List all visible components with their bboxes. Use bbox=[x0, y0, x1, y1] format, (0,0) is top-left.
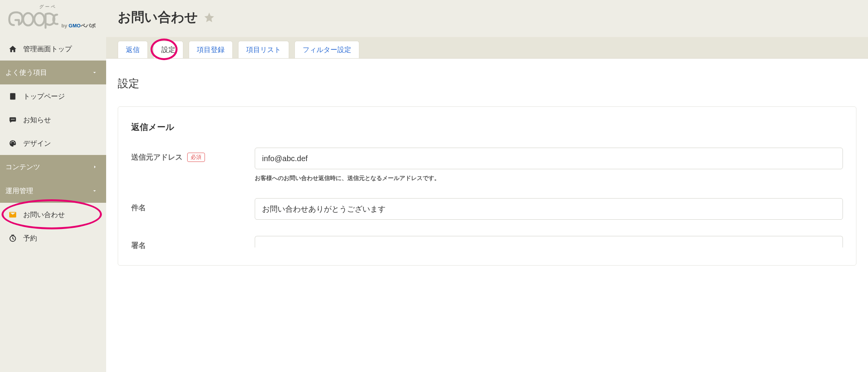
label-text: 署名 bbox=[131, 241, 146, 251]
logo-furigana: グーペ bbox=[39, 4, 57, 10]
field-label: 署名 bbox=[131, 236, 239, 251]
section-title: 設定 bbox=[118, 76, 856, 91]
field-sender-address: 送信元アドレス 必須 お客様へのお問い合わせ返信時に、送信元となるメールアドレス… bbox=[131, 148, 843, 182]
sidebar-item-design[interactable]: デザイン bbox=[0, 131, 106, 155]
tab-label: 返信 bbox=[126, 46, 140, 54]
content-area: 設定 返信メール 送信元アドレス 必須 お客様へのお問い合わせ返信時に、送信元と… bbox=[106, 59, 868, 372]
chevron-down-icon bbox=[91, 188, 98, 194]
field-label: 件名 bbox=[131, 198, 239, 213]
sidebar: グーペ by GMOペパボ bbox=[0, 0, 106, 372]
panel-title: 返信メール bbox=[131, 121, 843, 133]
sender-address-input[interactable] bbox=[255, 148, 843, 169]
sidebar-item-label: デザイン bbox=[23, 139, 51, 148]
tab-bar: 返信 設定 項目登録 項目リスト フィルター設定 bbox=[106, 37, 868, 59]
label-text: 件名 bbox=[131, 203, 146, 213]
page-icon bbox=[8, 93, 17, 100]
sidebar-section-label: 運用管理 bbox=[5, 186, 33, 195]
sidebar-item-label: トップページ bbox=[23, 92, 65, 101]
mail-icon bbox=[8, 211, 17, 218]
required-badge: 必須 bbox=[187, 153, 205, 162]
page-header: お問い合わせ bbox=[106, 0, 868, 37]
sidebar-item-label: お知らせ bbox=[23, 115, 51, 125]
field-signature: 署名 bbox=[131, 236, 843, 251]
home-icon bbox=[8, 45, 17, 53]
field-subject: 件名 bbox=[131, 198, 843, 220]
sidebar-item-label: 予約 bbox=[23, 234, 37, 243]
logo-area: グーペ by GMOペパボ bbox=[0, 0, 106, 37]
sidebar-item-inquiry[interactable]: お問い合わせ bbox=[0, 203, 106, 226]
svg-point-8 bbox=[14, 119, 14, 120]
by-gmo-pepabo: by GMOペパボ bbox=[61, 22, 96, 30]
tab-reply[interactable]: 返信 bbox=[118, 41, 148, 58]
chat-icon bbox=[8, 116, 17, 124]
sidebar-item-admin-top[interactable]: 管理画面トップ bbox=[0, 37, 106, 61]
tab-settings[interactable]: 設定 bbox=[153, 41, 183, 58]
field-hint: お客様へのお問い合わせ返信時に、送信元となるメールアドレスです。 bbox=[255, 175, 843, 182]
svg-point-7 bbox=[12, 119, 13, 120]
reply-mail-panel: 返信メール 送信元アドレス 必須 お客様へのお問い合わせ返信時に、送信元となるメ… bbox=[118, 106, 856, 266]
palette-icon bbox=[8, 139, 17, 148]
sidebar-section-frequent[interactable]: よく使う項目 bbox=[0, 61, 106, 84]
svg-point-6 bbox=[11, 119, 12, 120]
svg-point-1 bbox=[34, 13, 44, 25]
chevron-right-icon bbox=[92, 164, 98, 170]
clock-icon bbox=[8, 234, 17, 242]
sidebar-section-ops[interactable]: 運用管理 bbox=[0, 179, 106, 203]
chevron-down-icon bbox=[91, 69, 98, 76]
tab-register-item[interactable]: 項目登録 bbox=[189, 41, 233, 58]
favorite-star-icon[interactable] bbox=[203, 12, 215, 23]
tab-label: 項目登録 bbox=[197, 46, 225, 54]
sidebar-section-label: よく使う項目 bbox=[5, 68, 47, 77]
tab-label: 設定 bbox=[161, 46, 175, 54]
tab-label: フィルター設定 bbox=[303, 46, 351, 54]
tab-item-list[interactable]: 項目リスト bbox=[238, 41, 289, 58]
sidebar-item-news[interactable]: お知らせ bbox=[0, 108, 106, 131]
label-text: 送信元アドレス bbox=[131, 152, 183, 162]
sidebar-item-label: お問い合わせ bbox=[23, 210, 65, 219]
field-label: 送信元アドレス 必須 bbox=[131, 148, 239, 162]
sidebar-item-label: 管理画面トップ bbox=[23, 44, 72, 54]
main-area: お問い合わせ 返信 設定 項目登録 項目リスト フィルター設定 bbox=[106, 0, 868, 372]
sidebar-section-contents[interactable]: コンテンツ bbox=[0, 155, 106, 179]
page-title: お問い合わせ bbox=[118, 8, 198, 26]
sidebar-section-label: コンテンツ bbox=[5, 162, 40, 172]
goope-logo[interactable]: グーペ bbox=[7, 4, 59, 30]
svg-point-0 bbox=[23, 13, 33, 25]
tab-filter-settings[interactable]: フィルター設定 bbox=[294, 41, 359, 58]
sidebar-item-reserve[interactable]: 予約 bbox=[0, 226, 106, 250]
sidebar-item-toppage[interactable]: トップページ bbox=[0, 84, 106, 108]
signature-textarea[interactable] bbox=[255, 236, 843, 247]
subject-input[interactable] bbox=[255, 198, 843, 220]
tab-label: 項目リスト bbox=[246, 46, 281, 54]
